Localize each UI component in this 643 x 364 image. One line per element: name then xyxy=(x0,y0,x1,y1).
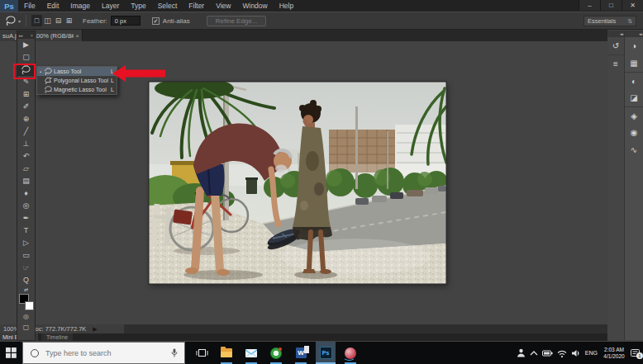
close-icon[interactable]: × xyxy=(31,33,33,38)
pen-tool-icon: ✒ xyxy=(23,212,30,225)
taskbar-search[interactable] xyxy=(22,342,185,364)
intersect-selection-button[interactable]: ⊞ xyxy=(64,15,74,26)
tab-close-icon[interactable]: × xyxy=(75,32,79,40)
selection-mode-buttons: □◫⊟⊞ xyxy=(31,15,74,26)
date: 4/1/2020 xyxy=(602,353,626,360)
menu-select[interactable]: Select xyxy=(152,0,183,12)
volume-icon[interactable] xyxy=(571,349,581,357)
type-tool-button[interactable]: T xyxy=(17,225,35,237)
refine-edge-button[interactable]: Refine Edge... xyxy=(207,16,267,26)
clone-stamp-tool-button[interactable]: ⊥ xyxy=(17,138,35,150)
close-icon[interactable]: ✕ xyxy=(622,0,643,11)
menu-type[interactable]: Type xyxy=(125,0,151,12)
type-tool-icon: T xyxy=(24,225,29,237)
language-indicator[interactable]: ENG xyxy=(585,350,598,356)
task-view-icon xyxy=(196,348,208,357)
blur-tool-button[interactable]: ♦ xyxy=(17,187,35,200)
green-app-icon xyxy=(270,347,282,359)
flyout-item-polygonal-lasso-tool[interactable]: Polygonal Lasso ToolL xyxy=(37,76,117,85)
current-tool-thumbnail[interactable]: ▾ xyxy=(5,16,21,26)
eyedropper-tool-icon: ✐ xyxy=(23,101,30,113)
paths-panel-icon[interactable]: ∿ xyxy=(625,141,643,158)
eyedropper-tool-button[interactable]: ✐ xyxy=(17,101,35,113)
subtract-from-selection-button[interactable]: ⊟ xyxy=(53,15,64,26)
taskbar-app-file-explorer[interactable] xyxy=(217,342,236,364)
pen-tool-button[interactable]: ✒ xyxy=(17,212,35,225)
crop-tool-button[interactable]: ⊞ xyxy=(17,88,35,101)
lasso-icon xyxy=(5,16,17,26)
anti-alias-checkbox[interactable]: ✓ xyxy=(152,17,160,25)
taskbar-app-mail[interactable] xyxy=(241,342,261,364)
color-panel-icon[interactable]: ◑ xyxy=(625,37,643,54)
channels-panel-icon[interactable]: ◉ xyxy=(625,124,643,141)
taskbar-app-task-view[interactable] xyxy=(192,342,212,364)
screen-mode-button[interactable]: ▢ xyxy=(17,322,35,333)
styles-panel-icon[interactable]: ◪ xyxy=(625,89,643,106)
status-menu-arrow-icon[interactable]: ▶ xyxy=(93,326,97,333)
minimize-button[interactable]: – xyxy=(579,0,600,11)
menu-image[interactable]: Image xyxy=(64,0,96,12)
flyout-item-label: Polygonal Lasso Tool xyxy=(54,78,108,83)
window-controls: – □ ✕ xyxy=(579,0,643,11)
tab-timeline[interactable]: Timeline xyxy=(41,333,73,341)
flyout-item-lasso-tool[interactable]: •Lasso ToolL xyxy=(37,67,117,76)
quick-mask-button[interactable]: ◎ xyxy=(17,311,35,322)
workspace-caret-icon: ⇅ xyxy=(627,18,632,25)
hand-tool-button[interactable]: ☞ xyxy=(17,262,35,274)
people-icon[interactable] xyxy=(517,348,526,357)
menu-window[interactable]: Window xyxy=(236,0,273,12)
background-color-swatch[interactable] xyxy=(25,301,34,310)
workspace-switcher[interactable]: Essentials ⇅ xyxy=(583,16,636,26)
menu-filter[interactable]: Filter xyxy=(183,0,210,12)
feather-input[interactable]: 0 px xyxy=(111,16,141,26)
network-icon[interactable] xyxy=(557,349,567,357)
move-tool-button[interactable]: ▶ xyxy=(17,39,35,51)
menu-edit[interactable]: Edit xyxy=(41,0,65,12)
swap-colors-icon[interactable]: ⇄ xyxy=(24,286,28,293)
menu-help[interactable]: Help xyxy=(274,0,299,12)
rectangle-tool-button[interactable]: ▭ xyxy=(17,249,35,262)
taskbar-app-green-app[interactable] xyxy=(266,342,286,364)
taskbar-app-word[interactable]: W xyxy=(291,342,311,364)
history-panel-icon[interactable]: ↺ xyxy=(607,37,624,54)
canvas-photo[interactable] xyxy=(149,82,446,284)
swatches-panel-icon[interactable]: ▦ xyxy=(625,54,643,72)
zoom-tool-button[interactable]: Q xyxy=(17,274,35,286)
chevron-up-icon[interactable] xyxy=(530,351,538,356)
rectangular-marquee-tool-button[interactable]: ▢ xyxy=(17,51,35,64)
search-input[interactable] xyxy=(45,349,171,357)
restore-icon[interactable]: □ xyxy=(600,0,622,11)
collapse-panels-icon[interactable]: ◂◂ xyxy=(625,31,643,37)
path-selection-tool-button[interactable]: ▷ xyxy=(17,237,35,249)
clone-stamp-tool-icon: ⊥ xyxy=(23,138,30,150)
feather-label: Feather: xyxy=(83,17,107,25)
annotation-arrow xyxy=(111,64,167,83)
gradient-tool-button[interactable]: ▤ xyxy=(17,175,35,187)
brush-tool-button[interactable]: ╱ xyxy=(17,125,35,138)
taskbar-app-photoshop[interactable]: Ps xyxy=(316,342,336,364)
notification-center-icon[interactable]: 1 xyxy=(631,348,641,357)
properties-panel-icon[interactable]: ≡ xyxy=(607,54,624,72)
microphone-icon[interactable] xyxy=(171,348,178,357)
menu-layer[interactable]: Layer xyxy=(96,0,125,12)
flyout-item-magnetic-lasso-tool[interactable]: Magnetic Lasso ToolL xyxy=(37,85,117,94)
adjustments-panel-icon[interactable]: ◐ xyxy=(625,72,643,89)
tools-panel-header[interactable]: ▸▸ × xyxy=(17,31,35,39)
dodge-tool-button[interactable]: ◎ xyxy=(17,200,35,212)
taskbar-app-media-app[interactable] xyxy=(341,342,360,364)
new-selection-button[interactable]: □ xyxy=(31,15,42,26)
menu-view[interactable]: View xyxy=(210,0,236,12)
menu-items: FileEditImageLayerTypeSelectFilterViewWi… xyxy=(18,0,299,12)
clock[interactable]: 2:03 AM 4/1/2020 xyxy=(602,347,626,360)
menu-file[interactable]: File xyxy=(18,0,41,12)
collapse-icon[interactable]: ▸▸ xyxy=(19,33,23,38)
document-tab[interactable]: suA.jpg @ 100% (RGB/8#) × xyxy=(0,30,83,41)
history-brush-tool-button[interactable]: ↶ xyxy=(17,150,35,163)
spot-healing-brush-tool-button[interactable]: ⊕ xyxy=(17,113,35,125)
layers-panel-icon[interactable]: ◈ xyxy=(625,106,643,124)
add-to-selection-button[interactable]: ◫ xyxy=(42,15,53,26)
eraser-tool-button[interactable]: ▱ xyxy=(17,163,35,175)
collapse-panels-icon[interactable]: ◂◂ xyxy=(607,31,624,37)
battery-icon[interactable] xyxy=(542,350,553,357)
start-button[interactable] xyxy=(0,342,22,364)
